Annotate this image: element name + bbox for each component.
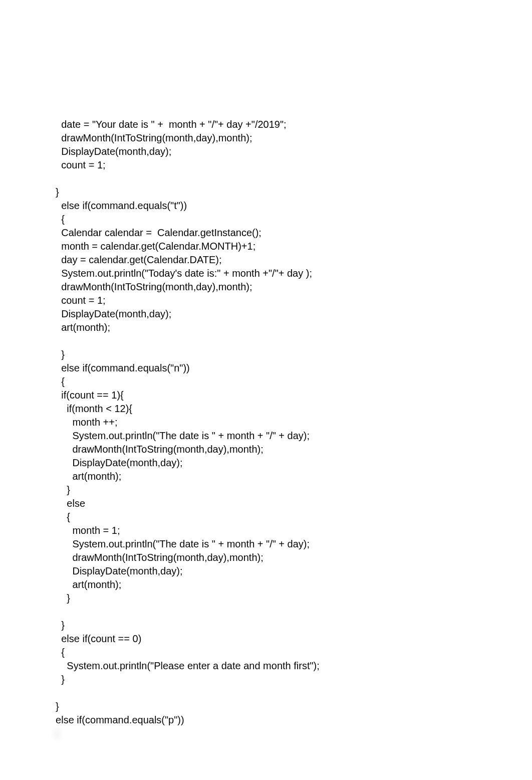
code-line: }	[50, 701, 59, 712]
code-line: drawMonth(IntToString(month,day),month);	[50, 552, 263, 563]
code-line: month = 1;	[50, 525, 120, 536]
code-line: DisplayDate(month,day);	[50, 457, 183, 468]
code-line: }	[50, 593, 70, 604]
code-line: System.out.println("The date is " + mont…	[50, 430, 310, 441]
code-line: }	[50, 186, 59, 198]
code-block: date = "Your date is " + month + "/"+ da…	[50, 104, 512, 740]
code-line: drawMonth(IntToString(month,day),month);	[50, 281, 252, 292]
code-line: if(count == 1){	[50, 389, 124, 401]
code-line: System.out.println("Today's date is:" + …	[50, 268, 312, 279]
code-line: else	[50, 498, 85, 509]
code-line: else if(count == 0)	[50, 633, 141, 644]
code-line: count = 1;	[50, 295, 106, 306]
code-line: month ++;	[50, 417, 118, 428]
code-line: }	[50, 349, 65, 360]
code-line: DisplayDate(month,day);	[50, 308, 171, 319]
code-line: date = "Your date is " + month + "/"+ da…	[50, 119, 287, 130]
code-line: else if(command.equals("t"))	[50, 200, 187, 211]
code-line: Calendar calendar = Calendar.getInstance…	[50, 227, 261, 238]
code-line: count = 1;	[50, 159, 106, 170]
code-line: DisplayDate(month,day);	[50, 565, 183, 576]
code-line: art(month);	[50, 471, 121, 482]
code-line: {	[50, 214, 65, 225]
code-line: day = calendar.get(Calendar.DATE);	[50, 254, 222, 265]
code-line: drawMonth(IntToString(month,day),month);	[50, 444, 263, 455]
code-line: month = calendar.get(Calendar.MONTH)+1;	[50, 241, 255, 252]
code-line: {	[50, 511, 70, 522]
code-line: }	[50, 674, 65, 685]
code-line: art(month);	[50, 579, 121, 590]
code-line: if(month < 12){	[50, 403, 132, 414]
code-line: }	[50, 484, 70, 495]
code-line: {	[50, 376, 65, 387]
code-line: else if(command.equals("n"))	[50, 362, 190, 373]
code-line: }	[50, 620, 65, 631]
code-line: else if(command.equals("p"))	[50, 714, 184, 725]
code-line: art(month);	[50, 322, 110, 333]
code-line: System.out.println("Please enter a date …	[50, 660, 320, 671]
code-line: System.out.println("The date is " + mont…	[50, 538, 310, 549]
blurred-code-line: {	[50, 728, 59, 739]
code-line: drawMonth(IntToString(month,day),month);	[50, 132, 252, 143]
code-line: DisplayDate(month,day);	[50, 146, 171, 157]
code-line: {	[50, 647, 65, 658]
